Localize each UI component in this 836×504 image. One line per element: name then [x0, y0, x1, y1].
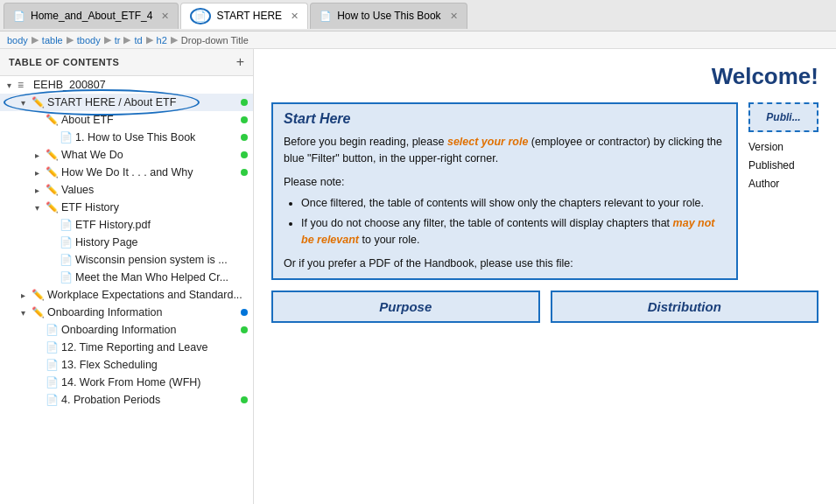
- toc-icon-start-here: ✏️: [32, 96, 47, 108]
- tab-home-close[interactable]: ✕: [161, 10, 169, 22]
- toc-label-etf-history: ETF History: [61, 201, 248, 214]
- start-here-title: Start Here: [284, 111, 726, 127]
- toc-label-wisconsin-pension: Wisconsin pension system is ...: [75, 254, 248, 266]
- toc-icon-flex-scheduling: 📄: [46, 359, 61, 371]
- toc-item-probation[interactable]: 📄 4. Probation Periods: [0, 391, 253, 409]
- toc-item-root[interactable]: ▾ ≡ EEHB_200807: [0, 76, 253, 94]
- toc-label-values: Values: [61, 184, 248, 196]
- toc-icon-workplace: ✏️: [32, 289, 47, 301]
- breadcrumb-tbody[interactable]: tbody: [77, 35, 101, 46]
- sidebar: TABLE OF CONTENTS + ▾ ≡ EEHB_200807 ▾ ✏️…: [0, 49, 254, 504]
- tab-how-to-use[interactable]: 📄 How to Use This Book ✕: [310, 3, 467, 29]
- tab-start-here[interactable]: 📄 START HERE ✕: [180, 3, 308, 29]
- toc-icon-history-page: 📄: [60, 236, 75, 248]
- collapse-arrow-etf-history: ▾: [35, 203, 46, 213]
- toc-dot-start-here: [241, 99, 248, 106]
- toc-item-how-we-do[interactable]: ▸ ✏️ How We Do It . . . and Why: [0, 164, 253, 181]
- toc-label-work-from-home: 14. Work From Home (WFH): [61, 376, 248, 388]
- breadcrumb-body[interactable]: body: [7, 35, 28, 46]
- toc-item-etf-history[interactable]: ▾ ✏️ ETF History: [0, 199, 253, 216]
- breadcrumb-table[interactable]: table: [42, 35, 63, 46]
- collapse-arrow-root: ▾: [7, 80, 18, 90]
- toc-item-work-from-home[interactable]: 📄 14. Work From Home (WFH): [0, 374, 253, 391]
- breadcrumb-tr[interactable]: tr: [115, 35, 121, 46]
- breadcrumb-td[interactable]: td: [134, 35, 142, 46]
- toc-label-how-we-do: How We Do It . . . and Why: [61, 166, 237, 178]
- breadcrumb: body ▶ table ▶ tbody ▶ tr ▶ td ▶ h2 ▶ Dr…: [0, 32, 836, 49]
- tab-start-here-label: START HERE: [216, 10, 282, 22]
- toc-label-etf-history-pdf: ETF History.pdf: [75, 219, 248, 231]
- toc-label-onboarding-info: Onboarding Information: [61, 324, 237, 336]
- please-note: Please note:: [284, 174, 726, 191]
- purpose-box: Purpose: [271, 290, 540, 323]
- toc-item-how-to-use[interactable]: 📄 1. How to Use This Book: [0, 129, 253, 146]
- tab-how-to-use-close[interactable]: ✕: [450, 10, 458, 22]
- toc-icon-etf-history: ✏️: [46, 201, 61, 214]
- toc-item-time-reporting[interactable]: 📄 12. Time Reporting and Leave: [0, 339, 253, 356]
- toc-dot-how-to-use: [241, 134, 248, 141]
- toc-label-onboarding: Onboarding Information: [47, 306, 237, 318]
- toc-dot-onboarding: [241, 309, 248, 316]
- start-here-box: Start Here Before you begin reading, ple…: [271, 102, 738, 280]
- toc-item-history-page[interactable]: 📄 History Page: [0, 234, 253, 251]
- tab-home-label: Home_and_About_ETF_4: [31, 10, 152, 22]
- toc-label-probation: 4. Probation Periods: [61, 394, 237, 406]
- toc-label-start-here: START HERE / About ETF: [47, 96, 237, 108]
- toc-item-etf-history-pdf[interactable]: 📄 ETF History.pdf: [0, 216, 253, 234]
- toc-icon-meet-the-man: 📄: [60, 271, 75, 284]
- toc-icon-onboarding-info: 📄: [46, 324, 61, 336]
- toc-label-root: EEHB_200807: [33, 79, 248, 91]
- toc-dot-how-we-do: [241, 169, 248, 176]
- welcome-heading: Welcome!: [271, 63, 818, 90]
- tab-how-to-use-label: How to Use This Book: [337, 10, 441, 22]
- pdf-note: Or if you prefer a PDF of the Handbook, …: [284, 256, 726, 272]
- expand-arrow-workplace: ▸: [21, 290, 32, 300]
- toc-item-values[interactable]: ▸ ✏️ Values: [0, 181, 253, 199]
- published-label: Published: [748, 158, 818, 174]
- toc-label-flex-scheduling: 13. Flex Scheduling: [61, 359, 248, 371]
- expand-arrow-how-we-do: ▸: [35, 168, 46, 178]
- tab-home[interactable]: 📄 Home_and_About_ETF_4 ✕: [4, 3, 179, 29]
- toc-item-what-we-do[interactable]: ▸ ✏️ What We Do: [0, 146, 253, 164]
- content-area: Welcome! Start Here Before you begin rea…: [254, 49, 836, 504]
- tab-how-to-use-icon: 📄: [320, 10, 332, 22]
- toc-icon-work-from-home: 📄: [46, 376, 61, 388]
- role-link[interactable]: select your role: [447, 136, 528, 148]
- toc-icon-how-we-do: ✏️: [46, 166, 61, 178]
- tab-bar: 📄 Home_and_About_ETF_4 ✕ 📄 START HERE ✕ …: [0, 0, 836, 32]
- toc-icon-how-to-use: 📄: [60, 131, 75, 144]
- toc-item-workplace[interactable]: ▸ ✏️ Workplace Expectations and Standard…: [0, 286, 253, 304]
- bullet2: If you do not choose any filter, the tab…: [301, 215, 726, 248]
- toc-icon-wisconsin-pension: 📄: [60, 254, 75, 266]
- expand-arrow-what-we-do: ▸: [35, 150, 46, 160]
- toc-icon-probation: 📄: [46, 394, 61, 406]
- bullet1: Once filtered, the table of contents wil…: [301, 195, 726, 212]
- toc-label-workplace: Workplace Expectations and Standard...: [47, 289, 248, 301]
- author-label: Author: [748, 176, 818, 192]
- toc-dot-onboarding-info: [241, 326, 248, 333]
- toc-item-about-etf[interactable]: ✏️ About ETF: [0, 111, 253, 129]
- publi-label: Publi...: [766, 111, 800, 123]
- sidebar-header: TABLE OF CONTENTS +: [0, 49, 253, 76]
- toc-item-start-here[interactable]: ▾ ✏️ START HERE / About ETF: [0, 94, 253, 111]
- toc-icon-time-reporting: 📄: [46, 341, 61, 354]
- toc-item-wisconsin-pension[interactable]: 📄 Wisconsin pension system is ...: [0, 251, 253, 269]
- toc-dot-what-we-do: [241, 151, 248, 158]
- toc-item-onboarding-info[interactable]: 📄 Onboarding Information: [0, 321, 253, 339]
- toc-icon-values: ✏️: [46, 184, 61, 196]
- collapse-arrow-start-here: ▾: [21, 98, 32, 108]
- publi-box: Publi...: [748, 102, 818, 132]
- toc-label-meet-the-man: Meet the Man Who Helped Cr...: [75, 271, 248, 284]
- collapse-arrow-onboarding: ▾: [21, 308, 32, 318]
- body-before-role: Before you begin reading, please: [284, 136, 447, 148]
- toc-item-flex-scheduling[interactable]: 📄 13. Flex Scheduling: [0, 356, 253, 374]
- tab-start-here-close[interactable]: ✕: [291, 10, 299, 22]
- toc-item-meet-the-man[interactable]: 📄 Meet the Man Who Helped Cr...: [0, 269, 253, 286]
- toc-label-time-reporting: 12. Time Reporting and Leave: [61, 341, 248, 354]
- toc-label-about-etf: About ETF: [61, 114, 237, 126]
- add-toc-item-button[interactable]: +: [236, 54, 244, 70]
- toc-item-onboarding[interactable]: ▾ ✏️ Onboarding Information: [0, 304, 253, 321]
- toc-label-how-to-use: 1. How to Use This Book: [75, 131, 237, 144]
- breadcrumb-h2[interactable]: h2: [157, 35, 167, 46]
- right-info: Version Published Author: [748, 139, 818, 195]
